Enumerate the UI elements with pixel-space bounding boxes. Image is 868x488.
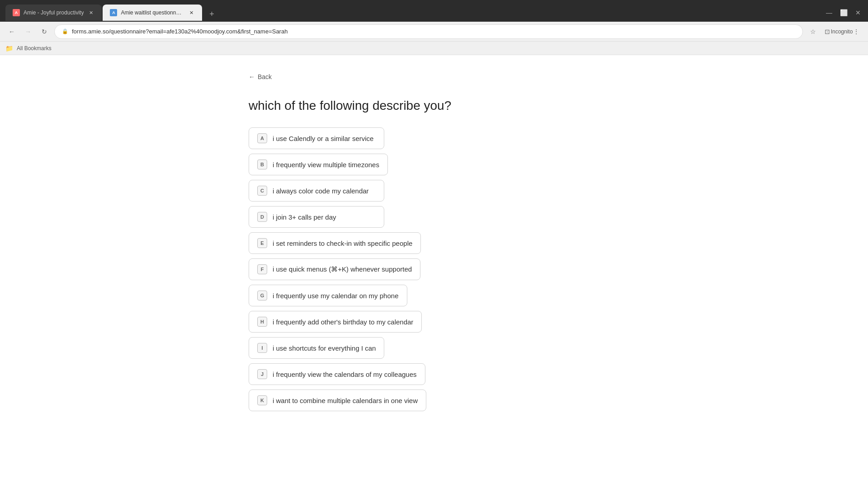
option-text-f: i use quick menus (⌘+K) whenever support…: [273, 265, 412, 273]
close-button[interactable]: ✕: [854, 8, 863, 17]
tab-label-amie: Amie - Joyful productivity: [24, 9, 84, 16]
option-i[interactable]: Ii use shortcuts for everything I can: [249, 337, 384, 359]
option-key-b: B: [257, 160, 267, 169]
option-text-i: i use shortcuts for everything I can: [273, 344, 376, 352]
option-text-h: i frequently add other's birthday to my …: [273, 318, 413, 326]
title-bar: A Amie - Joyful productivity ✕ A Amie wa…: [0, 0, 868, 22]
option-text-c: i always color code my calendar: [273, 187, 369, 195]
option-key-k: K: [257, 395, 267, 405]
option-text-d: i join 3+ calls per day: [273, 213, 336, 221]
maximize-button[interactable]: ⬜: [839, 8, 848, 17]
back-arrow-icon: ←: [249, 73, 255, 80]
nav-bar: ← → ↻ 🔒 forms.amie.so/questionnaire?emai…: [0, 22, 868, 42]
bookmarks-bar: 📁 All Bookmarks: [0, 42, 868, 55]
option-text-a: i use Calendly or a similar service: [273, 135, 373, 142]
menu-button[interactable]: ⋮: [850, 25, 863, 38]
option-a[interactable]: Ai use Calendly or a similar service: [249, 127, 384, 149]
tab-questionnaire[interactable]: A Amie waitlist questionnaire ✕: [103, 5, 202, 21]
browser-chrome: A Amie - Joyful productivity ✕ A Amie wa…: [0, 0, 868, 55]
container: ← Back which of the following describe y…: [231, 73, 637, 411]
tab-close-amie[interactable]: ✕: [87, 9, 94, 16]
nav-actions: ☆ ⊡ Incognito ⋮: [807, 25, 863, 38]
back-link[interactable]: ← Back: [249, 73, 619, 80]
bookmark-button[interactable]: ☆: [807, 25, 819, 38]
option-key-f: F: [257, 264, 267, 274]
profile-button[interactable]: Incognito: [835, 25, 848, 38]
tab-close-questionnaire[interactable]: ✕: [188, 9, 195, 16]
option-key-a: A: [257, 133, 267, 143]
lock-icon: 🔒: [62, 28, 68, 34]
option-g[interactable]: Gi frequently use my calendar on my phon…: [249, 285, 407, 306]
tab-favicon-form: A: [110, 9, 117, 16]
minimize-button[interactable]: —: [825, 8, 834, 17]
option-f[interactable]: Fi use quick menus (⌘+K) whenever suppor…: [249, 258, 420, 280]
url-text: forms.amie.so/questionnaire?email=afe130…: [72, 28, 288, 35]
option-d[interactable]: Di join 3+ calls per day: [249, 206, 384, 228]
option-h[interactable]: Hi frequently add other's birthday to my…: [249, 311, 422, 333]
option-j[interactable]: Ji frequently view the calendars of my c…: [249, 363, 425, 385]
options-list: Ai use Calendly or a similar serviceBi f…: [249, 127, 619, 411]
option-key-d: D: [257, 212, 267, 222]
bookmarks-label: All Bookmarks: [17, 45, 52, 52]
address-bar[interactable]: 🔒 forms.amie.so/questionnaire?email=afe1…: [54, 24, 803, 39]
option-key-j: J: [257, 369, 267, 379]
bookmarks-folder-icon: 📁: [5, 45, 13, 52]
option-key-e: E: [257, 238, 267, 248]
option-text-j: i frequently view the calendars of my co…: [273, 371, 417, 378]
window-controls: — ⬜ ✕: [825, 8, 863, 17]
new-tab-button[interactable]: +: [205, 7, 218, 21]
option-k[interactable]: Ki want to combine multiple calendars in…: [249, 389, 426, 411]
option-text-g: i frequently use my calendar on my phone: [273, 292, 399, 300]
option-key-h: H: [257, 317, 267, 327]
option-text-e: i set reminders to check-in with specifi…: [273, 239, 412, 247]
tab-amie[interactable]: A Amie - Joyful productivity ✕: [5, 5, 102, 21]
tab-bar: A Amie - Joyful productivity ✕ A Amie wa…: [5, 5, 218, 21]
option-key-c: C: [257, 186, 267, 196]
reload-button[interactable]: ↻: [38, 25, 51, 38]
question-title: which of the following describe you?: [249, 99, 619, 113]
option-text-b: i frequently view multiple timezones: [273, 161, 379, 169]
option-c[interactable]: Ci always color code my calendar: [249, 180, 384, 202]
tab-favicon-amie: A: [13, 9, 20, 16]
page-content: ← Back which of the following describe y…: [0, 55, 868, 488]
back-label: Back: [258, 73, 272, 80]
forward-nav-button[interactable]: →: [22, 25, 34, 38]
option-e[interactable]: Ei set reminders to check-in with specif…: [249, 232, 421, 254]
option-key-g: G: [257, 291, 267, 300]
option-b[interactable]: Bi frequently view multiple timezones: [249, 154, 388, 175]
back-nav-button[interactable]: ←: [5, 25, 18, 38]
tab-label-questionnaire: Amie waitlist questionnaire: [121, 9, 184, 16]
option-key-i: I: [257, 343, 267, 353]
option-text-k: i want to combine multiple calendars in …: [273, 397, 418, 404]
